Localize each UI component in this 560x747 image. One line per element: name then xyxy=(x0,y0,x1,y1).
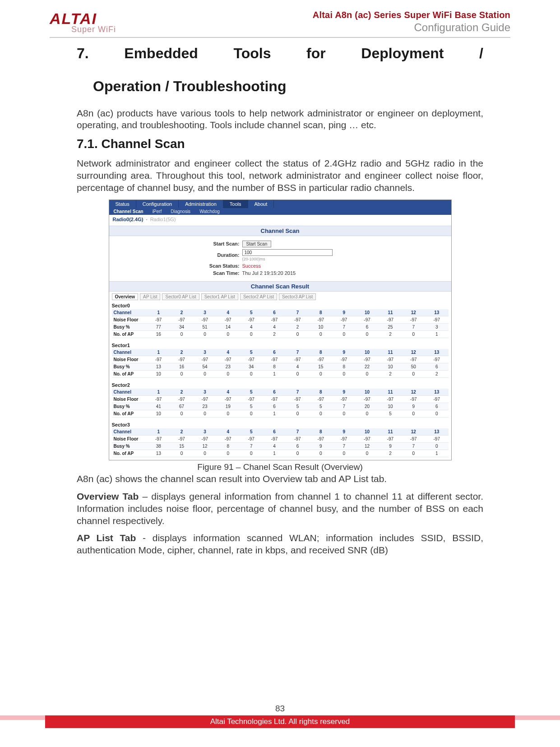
cell: 0 xyxy=(333,330,356,338)
cell: 13 xyxy=(147,363,170,370)
tab-sector3-ap[interactable]: Sector3 AP List xyxy=(279,293,316,300)
cell: -97 xyxy=(217,316,240,323)
label-scan-status: Scan Status: xyxy=(109,263,242,269)
sector-title: Sector3 xyxy=(109,420,451,428)
tab-ap-list[interactable]: AP List xyxy=(140,293,161,300)
cell: -97 xyxy=(309,395,332,403)
channel-header: 2 xyxy=(170,309,193,316)
row-label: No. of AP xyxy=(112,410,147,417)
channel-header: 9 xyxy=(333,389,356,396)
cell: -97 xyxy=(333,356,356,363)
channel-header: 7 xyxy=(286,389,309,396)
cell: 0 xyxy=(217,410,240,417)
cell: 0 xyxy=(333,410,356,417)
doc-title-block: Altai A8n (ac) Series Super WiFi Base St… xyxy=(313,10,510,34)
cell: 2 xyxy=(263,330,286,338)
label-start-scan: Start Scan: xyxy=(109,241,242,246)
cell: 54 xyxy=(193,363,216,370)
nav-about[interactable]: About xyxy=(248,200,274,208)
cell: -97 xyxy=(309,316,332,323)
cell: -97 xyxy=(263,435,286,442)
tab-sector2-ap[interactable]: Sector2 AP List xyxy=(240,293,277,300)
cell: 22 xyxy=(356,363,379,370)
cell: 77 xyxy=(147,323,170,330)
channel-header: 3 xyxy=(193,309,216,316)
tab-overview[interactable]: Overview xyxy=(112,293,138,300)
tab-radio1[interactable]: Radio1(5G) xyxy=(150,217,176,222)
cell: 41 xyxy=(147,403,170,410)
nav-status[interactable]: Status xyxy=(109,200,136,208)
cell: 13 xyxy=(147,450,170,457)
cell: 6 xyxy=(263,403,286,410)
footer-bar: Altai Technologies Ltd. All rights reser… xyxy=(0,715,560,728)
cell: -97 xyxy=(217,435,240,442)
cell: 12 xyxy=(193,442,216,450)
cell: 7 xyxy=(333,403,356,410)
channel-header: 12 xyxy=(402,428,425,436)
screenshot-nav: Status Configuration Administration Tool… xyxy=(109,200,451,208)
cell: 0 xyxy=(217,370,240,377)
cell: 1 xyxy=(425,450,449,457)
cell: -97 xyxy=(170,395,193,403)
nav-tools[interactable]: Tools xyxy=(223,200,248,208)
cell: -97 xyxy=(356,356,379,363)
channel-header: 13 xyxy=(425,309,449,316)
cell: -97 xyxy=(193,356,216,363)
channel-header: 4 xyxy=(217,389,240,396)
channel-header: 11 xyxy=(379,428,402,436)
cell: -97 xyxy=(333,316,356,323)
cell: -97 xyxy=(356,395,379,403)
overview-tab-label: Overview Tab xyxy=(77,491,139,501)
cell: 4 xyxy=(240,323,263,330)
duration-input[interactable]: 100 xyxy=(242,249,333,256)
cell: 4 xyxy=(286,363,309,370)
channel-header: 13 xyxy=(425,389,449,396)
nav-administration[interactable]: Administration xyxy=(179,200,223,208)
header-divider xyxy=(50,37,510,38)
cell: -97 xyxy=(286,395,309,403)
channel-header: 3 xyxy=(193,349,216,356)
cell: 19 xyxy=(217,403,240,410)
subnav-iperf[interactable]: iPerf xyxy=(148,208,167,215)
cell: 67 xyxy=(170,403,193,410)
channel-header: 6 xyxy=(263,389,286,396)
cell: 2 xyxy=(379,370,402,377)
cell: 51 xyxy=(193,323,216,330)
row-label: No. of AP xyxy=(112,330,147,338)
tab-radio0[interactable]: Radio0(2.4G) xyxy=(113,217,143,222)
cell: 2 xyxy=(425,370,449,377)
channel-header: 5 xyxy=(240,309,263,316)
channel-header: 4 xyxy=(217,428,240,436)
cell: 0 xyxy=(217,330,240,338)
row-label: Busy % xyxy=(112,363,147,370)
channel-header: 2 xyxy=(170,349,193,356)
cell: -97 xyxy=(402,395,425,403)
sector-title: Sector2 xyxy=(109,380,451,389)
cell: 0 xyxy=(240,370,263,377)
channel-header: 2 xyxy=(170,428,193,436)
cell: 0 xyxy=(425,442,449,450)
subnav-watchdog[interactable]: Watchdog xyxy=(195,208,224,215)
cell: 6 xyxy=(286,442,309,450)
cell: -97 xyxy=(286,316,309,323)
cell: 6 xyxy=(425,403,449,410)
subnav-channel-scan[interactable]: Channel Scan xyxy=(109,208,148,215)
tab-sector0-ap[interactable]: Sector0 AP List xyxy=(162,293,199,300)
start-scan-button[interactable]: Start Scan xyxy=(242,241,272,247)
radio-tabs: Radio0(2.4G) · Radio1(5G) xyxy=(109,215,451,224)
cell: 0 xyxy=(402,330,425,338)
cell: -97 xyxy=(147,316,170,323)
cell: -97 xyxy=(286,356,309,363)
nav-configuration[interactable]: Configuration xyxy=(136,200,179,208)
row-label: Noise Floor xyxy=(112,356,147,363)
subnav-diagnosis[interactable]: Diagnosis xyxy=(166,208,195,215)
tab-sector1-ap[interactable]: Sector1 AP List xyxy=(201,293,238,300)
col-channel: Channel xyxy=(112,428,147,436)
intro-paragraph: A8n (ac) products have various tools to … xyxy=(77,107,483,132)
cell: -97 xyxy=(309,356,332,363)
channel-header: 6 xyxy=(263,428,286,436)
cell: 0 xyxy=(286,330,309,338)
cell: 23 xyxy=(193,403,216,410)
cell: 7 xyxy=(333,442,356,450)
channel-header: 7 xyxy=(286,428,309,436)
